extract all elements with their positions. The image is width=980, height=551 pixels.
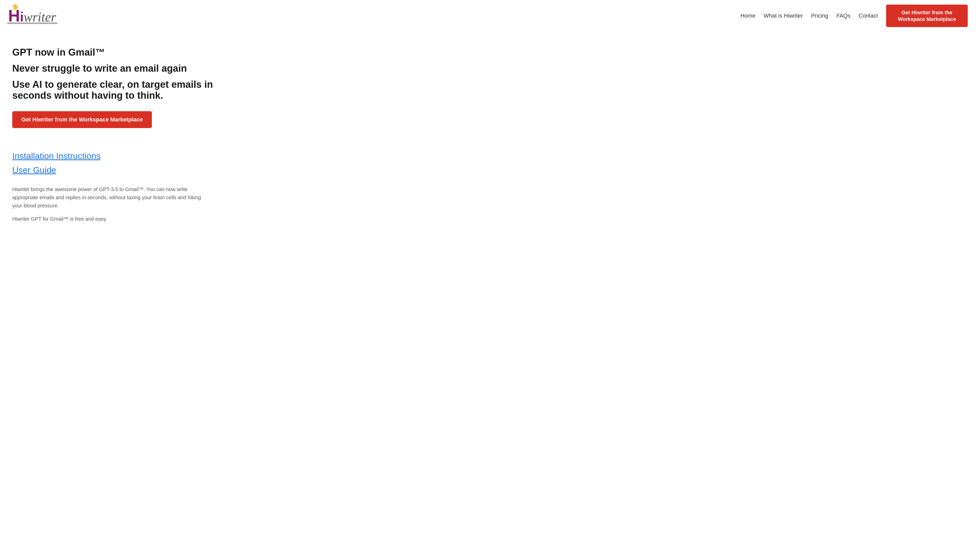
nav-home[interactable]: Home (740, 13, 756, 19)
description-section: Hiwriter brings the awesome power of GPT… (0, 185, 220, 223)
user-guide-link[interactable]: User Guide (12, 165, 968, 175)
logo-writer: writer (24, 10, 56, 24)
hero-tagline-1: GPT now in Gmail™ (12, 47, 243, 58)
nav-pricing[interactable]: Pricing (811, 13, 828, 19)
header-cta-button[interactable]: Get Hiwriter from the Workspace Marketpl… (886, 5, 968, 27)
main-nav: Home What is Hiwriter Pricing FAQs Conta… (740, 5, 968, 27)
nav-what-is[interactable]: What is Hiwriter (764, 13, 803, 19)
hero-tagline-2: Never struggle to write an email again (12, 63, 243, 74)
hand-icon: 🖐 (12, 4, 19, 10)
description-para-1: Hiwriter brings the awesome power of GPT… (12, 185, 207, 210)
hero-section: GPT now in Gmail™ Never struggle to writ… (0, 32, 255, 151)
installation-instructions-link[interactable]: Installation Instructions (12, 151, 968, 161)
hero-tagline-3: Use AI to generate clear, on target emai… (12, 79, 243, 101)
hero-cta-button[interactable]: Get Hiwriter from the Workspace Marketpl… (12, 111, 152, 128)
site-header: 🖐 Hiwriter Home What is Hiwriter Pricing… (0, 0, 980, 32)
logo: 🖐 Hiwriter (8, 8, 56, 24)
links-section: Installation Instructions User Guide (0, 151, 980, 175)
logo-hi: Hi (8, 10, 24, 24)
nav-contact[interactable]: Contact (859, 13, 878, 19)
nav-faqs[interactable]: FAQs (836, 13, 850, 19)
description-para-2: Hiwriter GPT for Gmail™ is free and easy… (12, 215, 207, 223)
